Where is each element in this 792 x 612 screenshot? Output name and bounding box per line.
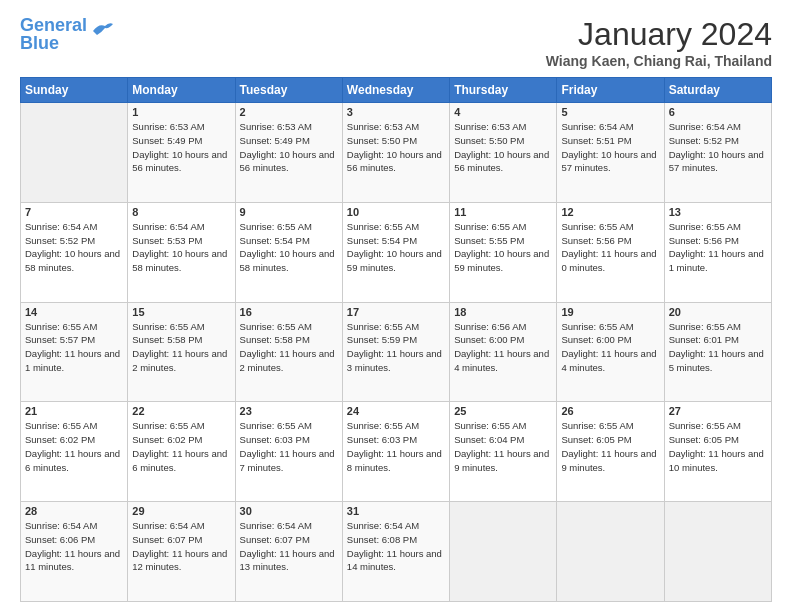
logo: GeneralBlue (20, 16, 113, 52)
day-number: 2 (240, 106, 338, 118)
day-cell: 14Sunrise: 6:55 AMSunset: 5:57 PMDayligh… (21, 302, 128, 402)
daylight-text: Daylight: 11 hours and 10 minutes. (669, 448, 764, 473)
day-number: 7 (25, 206, 123, 218)
sunrise-text: Sunrise: 6:54 AM (240, 520, 312, 531)
day-cell (664, 502, 771, 602)
sunset-text: Sunset: 5:52 PM (669, 135, 739, 146)
day-cell: 24Sunrise: 6:55 AMSunset: 6:03 PMDayligh… (342, 402, 449, 502)
sunset-text: Sunset: 5:56 PM (669, 235, 739, 246)
day-number: 17 (347, 306, 445, 318)
sunrise-text: Sunrise: 6:55 AM (240, 321, 312, 332)
day-number: 27 (669, 405, 767, 417)
day-number: 11 (454, 206, 552, 218)
sunset-text: Sunset: 6:03 PM (240, 434, 310, 445)
day-cell: 22Sunrise: 6:55 AMSunset: 6:02 PMDayligh… (128, 402, 235, 502)
day-cell: 5Sunrise: 6:54 AMSunset: 5:51 PMDaylight… (557, 103, 664, 203)
day-number: 3 (347, 106, 445, 118)
daylight-text: Daylight: 10 hours and 58 minutes. (132, 248, 227, 273)
daylight-text: Daylight: 11 hours and 11 minutes. (25, 548, 120, 573)
day-cell: 30Sunrise: 6:54 AMSunset: 6:07 PMDayligh… (235, 502, 342, 602)
sunset-text: Sunset: 5:54 PM (347, 235, 417, 246)
day-cell: 1Sunrise: 6:53 AMSunset: 5:49 PMDaylight… (128, 103, 235, 203)
sunset-text: Sunset: 5:49 PM (132, 135, 202, 146)
sunset-text: Sunset: 6:07 PM (240, 534, 310, 545)
sunset-text: Sunset: 5:49 PM (240, 135, 310, 146)
daylight-text: Daylight: 10 hours and 57 minutes. (561, 149, 656, 174)
day-cell: 6Sunrise: 6:54 AMSunset: 5:52 PMDaylight… (664, 103, 771, 203)
logo-bird-icon (91, 21, 113, 39)
day-number: 19 (561, 306, 659, 318)
weekday-header-tuesday: Tuesday (235, 78, 342, 103)
location: Wiang Kaen, Chiang Rai, Thailand (546, 53, 772, 69)
week-row-2: 7Sunrise: 6:54 AMSunset: 5:52 PMDaylight… (21, 202, 772, 302)
day-number: 22 (132, 405, 230, 417)
day-number: 1 (132, 106, 230, 118)
day-number: 29 (132, 505, 230, 517)
day-number: 31 (347, 505, 445, 517)
month-title: January 2024 (546, 16, 772, 53)
sunrise-text: Sunrise: 6:54 AM (561, 121, 633, 132)
day-number: 5 (561, 106, 659, 118)
sunrise-text: Sunrise: 6:55 AM (25, 420, 97, 431)
day-cell: 28Sunrise: 6:54 AMSunset: 6:06 PMDayligh… (21, 502, 128, 602)
sunset-text: Sunset: 6:02 PM (25, 434, 95, 445)
sunset-text: Sunset: 5:58 PM (240, 334, 310, 345)
sunset-text: Sunset: 6:03 PM (347, 434, 417, 445)
sunrise-text: Sunrise: 6:56 AM (454, 321, 526, 332)
sunrise-text: Sunrise: 6:54 AM (132, 520, 204, 531)
sunset-text: Sunset: 5:59 PM (347, 334, 417, 345)
day-number: 20 (669, 306, 767, 318)
logo-text: GeneralBlue (20, 16, 87, 52)
sunrise-text: Sunrise: 6:55 AM (240, 221, 312, 232)
daylight-text: Daylight: 10 hours and 59 minutes. (454, 248, 549, 273)
daylight-text: Daylight: 11 hours and 6 minutes. (132, 448, 227, 473)
daylight-text: Daylight: 11 hours and 12 minutes. (132, 548, 227, 573)
day-number: 26 (561, 405, 659, 417)
day-cell: 12Sunrise: 6:55 AMSunset: 5:56 PMDayligh… (557, 202, 664, 302)
day-cell: 15Sunrise: 6:55 AMSunset: 5:58 PMDayligh… (128, 302, 235, 402)
daylight-text: Daylight: 11 hours and 14 minutes. (347, 548, 442, 573)
day-number: 12 (561, 206, 659, 218)
sunrise-text: Sunrise: 6:55 AM (347, 321, 419, 332)
sunset-text: Sunset: 5:52 PM (25, 235, 95, 246)
day-cell: 26Sunrise: 6:55 AMSunset: 6:05 PMDayligh… (557, 402, 664, 502)
weekday-header-row: SundayMondayTuesdayWednesdayThursdayFrid… (21, 78, 772, 103)
daylight-text: Daylight: 11 hours and 5 minutes. (669, 348, 764, 373)
weekday-header-friday: Friday (557, 78, 664, 103)
weekday-header-wednesday: Wednesday (342, 78, 449, 103)
day-cell: 2Sunrise: 6:53 AMSunset: 5:49 PMDaylight… (235, 103, 342, 203)
day-number: 4 (454, 106, 552, 118)
daylight-text: Daylight: 10 hours and 58 minutes. (240, 248, 335, 273)
day-cell: 18Sunrise: 6:56 AMSunset: 6:00 PMDayligh… (450, 302, 557, 402)
day-number: 8 (132, 206, 230, 218)
week-row-1: 1Sunrise: 6:53 AMSunset: 5:49 PMDaylight… (21, 103, 772, 203)
daylight-text: Daylight: 11 hours and 0 minutes. (561, 248, 656, 273)
daylight-text: Daylight: 11 hours and 9 minutes. (561, 448, 656, 473)
daylight-text: Daylight: 11 hours and 4 minutes. (454, 348, 549, 373)
daylight-text: Daylight: 10 hours and 57 minutes. (669, 149, 764, 174)
sunset-text: Sunset: 6:08 PM (347, 534, 417, 545)
sunrise-text: Sunrise: 6:55 AM (561, 420, 633, 431)
sunset-text: Sunset: 6:05 PM (669, 434, 739, 445)
weekday-header-monday: Monday (128, 78, 235, 103)
sunrise-text: Sunrise: 6:55 AM (132, 321, 204, 332)
sunrise-text: Sunrise: 6:55 AM (454, 221, 526, 232)
day-cell: 10Sunrise: 6:55 AMSunset: 5:54 PMDayligh… (342, 202, 449, 302)
daylight-text: Daylight: 11 hours and 8 minutes. (347, 448, 442, 473)
day-cell: 9Sunrise: 6:55 AMSunset: 5:54 PMDaylight… (235, 202, 342, 302)
sunrise-text: Sunrise: 6:55 AM (240, 420, 312, 431)
daylight-text: Daylight: 11 hours and 3 minutes. (347, 348, 442, 373)
sunrise-text: Sunrise: 6:55 AM (25, 321, 97, 332)
day-number: 15 (132, 306, 230, 318)
day-number: 24 (347, 405, 445, 417)
daylight-text: Daylight: 11 hours and 2 minutes. (132, 348, 227, 373)
day-number: 25 (454, 405, 552, 417)
sunset-text: Sunset: 5:56 PM (561, 235, 631, 246)
daylight-text: Daylight: 10 hours and 59 minutes. (347, 248, 442, 273)
day-cell: 13Sunrise: 6:55 AMSunset: 5:56 PMDayligh… (664, 202, 771, 302)
day-cell: 16Sunrise: 6:55 AMSunset: 5:58 PMDayligh… (235, 302, 342, 402)
sunrise-text: Sunrise: 6:54 AM (347, 520, 419, 531)
daylight-text: Daylight: 10 hours and 56 minutes. (132, 149, 227, 174)
day-cell (557, 502, 664, 602)
day-cell: 19Sunrise: 6:55 AMSunset: 6:00 PMDayligh… (557, 302, 664, 402)
